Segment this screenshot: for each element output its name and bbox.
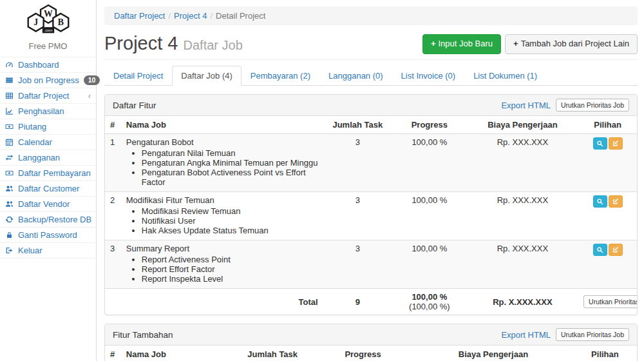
logo-letter-j: J xyxy=(33,17,38,27)
col-header-jumlah-task: Jumlah Task xyxy=(323,116,392,134)
view-job-button[interactable] xyxy=(593,137,607,150)
col-header-progress: Progress xyxy=(392,116,467,134)
job-name: Modifikasi Fitur Temuan xyxy=(126,195,214,205)
sidebar-item-penghasilan[interactable]: Penghasilan xyxy=(0,104,96,119)
col-header-pilihan: Pilihan xyxy=(578,116,637,134)
row-num: 2 xyxy=(105,192,121,240)
breadcrumb-daftar-project[interactable]: Daftar Project xyxy=(114,11,165,21)
sidebar-item-calendar[interactable]: Calendar xyxy=(0,135,96,150)
row-progress: 100,00 % xyxy=(392,240,467,289)
export-html-link[interactable]: Export HTML xyxy=(501,101,551,110)
row-tasks: 3 xyxy=(323,134,392,192)
page-title: Project 4 Daftar Job xyxy=(104,33,243,55)
row-name-cell: Pengaturan Bobot Pengaturan Nilai Temuan… xyxy=(121,134,323,192)
main-content: Daftar Project/Project 4/Detail Project … xyxy=(97,0,644,361)
urutkan-prioritas-button[interactable]: Urutkan Prioritas Job xyxy=(556,99,629,112)
sidebar-item-backup-restore[interactable]: Backup/Restore DB xyxy=(0,212,96,228)
tab-pembayaran[interactable]: Pembayaran (2) xyxy=(242,66,319,86)
sidebar-item-job-on-progress[interactable]: Job on Progress 10 xyxy=(0,73,96,88)
row-actions xyxy=(578,240,637,289)
col-header-pilihan: Pilihan xyxy=(573,346,637,361)
total-tasks: 9 xyxy=(323,289,392,315)
col-header-num: # xyxy=(105,116,121,134)
job-subitem: Notifikasi User xyxy=(142,216,318,226)
tab-detail-project[interactable]: Detail Project xyxy=(104,66,172,86)
daftar-fitur-table: # Nama Job Jumlah Task Progress Biaya Pe… xyxy=(105,116,637,315)
sidebar-item-langganan[interactable]: Langganan xyxy=(0,150,96,166)
calendar-icon xyxy=(5,138,14,146)
row-name-cell: Modifikasi Fitur Temuan Modifikasi Revie… xyxy=(121,192,323,240)
sidebar-item-piutang[interactable]: Piutang xyxy=(0,119,96,135)
sidebar-item-label: Penghasilan xyxy=(18,106,64,116)
sign-out-icon xyxy=(5,246,14,255)
users-icon xyxy=(5,184,14,193)
edit-job-button[interactable] xyxy=(609,137,623,150)
breadcrumb: Daftar Project/Project 4/Detail Project xyxy=(104,6,638,25)
tab-bar: Detail Project Daftar Job (4) Pembayaran… xyxy=(104,66,638,86)
sidebar-item-keluar[interactable]: Keluar xyxy=(0,243,96,259)
page-title-text: Project 4 xyxy=(104,33,178,54)
sidebar-item-dashboard[interactable]: Dashboard xyxy=(0,57,96,73)
tab-daftar-job[interactable]: Daftar Job (4) xyxy=(172,66,241,86)
job-subitem: Hak Akses Update Status Temuan xyxy=(142,226,318,235)
col-header-biaya: Biaya Pengerjaan xyxy=(413,346,573,361)
brand-text: Free PMO xyxy=(0,40,96,57)
export-html-link[interactable]: Export HTML xyxy=(501,330,551,340)
panel-heading: Daftar Fitur Export HTML Urutkan Priorit… xyxy=(105,95,637,116)
job-name: Pengaturan Bobot xyxy=(126,137,194,147)
edit-job-button[interactable] xyxy=(609,195,623,208)
input-job-baru-button[interactable]: +Input Job Baru xyxy=(422,34,501,54)
sidebar-item-daftar-vendor[interactable]: Daftar Vendor xyxy=(0,197,96,212)
sidebar-item-daftar-pembayaran[interactable]: Daftar Pembayaran xyxy=(0,166,96,181)
job-subitems: Pengaturan Nilai Temuan Pengaturan Angka… xyxy=(142,148,318,187)
sidebar-item-daftar-customer[interactable]: Daftar Customer xyxy=(0,181,96,197)
sidebar-item-label: Langganan xyxy=(18,153,60,162)
sidebar-item-ganti-password[interactable]: Ganti Password xyxy=(0,228,96,243)
edit-job-button[interactable] xyxy=(609,244,623,256)
row-progress: 100,00 % xyxy=(392,192,467,240)
refresh-icon xyxy=(5,215,14,224)
row-cost: Rp. XXX.XXX xyxy=(467,192,578,240)
panel-title: Daftar Fitur xyxy=(113,101,501,110)
sidebar-item-label: Calendar xyxy=(18,137,52,147)
col-header-nama-job: Nama Job xyxy=(121,346,232,361)
job-subitem: Report Inspekta Level xyxy=(142,274,318,284)
job-name: Summary Report xyxy=(126,244,189,253)
table-row: 1 Pengaturan Bobot Pengaturan Nilai Temu… xyxy=(105,134,637,192)
logo-letter-b: B xyxy=(57,17,63,27)
view-job-button[interactable] xyxy=(593,244,607,256)
row-cost: Rp. XXX.XXX xyxy=(467,134,578,192)
urutkan-prioritas-button[interactable]: Urutkan Prioritas Job xyxy=(556,328,629,341)
breadcrumb-project-4[interactable]: Project 4 xyxy=(174,11,207,21)
sidebar-item-daftar-project[interactable]: Daftar Project ‹ xyxy=(0,88,96,104)
search-icon xyxy=(596,198,603,205)
sidebar-item-label: Job on Progress xyxy=(18,75,79,85)
tab-list-invoice[interactable]: List Invoice (0) xyxy=(392,66,465,86)
job-subitem: Pengaturan Bobot Activeness Point vs Eff… xyxy=(142,168,318,187)
col-header-num: # xyxy=(105,346,121,361)
app-window: W J B .com Free PMO Dashboard Job on Pro… xyxy=(0,0,644,361)
breadcrumb-current: Detail Project xyxy=(216,11,265,21)
table-row: 2 Modifikasi Fitur Temuan Modifikasi Rev… xyxy=(105,192,637,240)
row-cost: Rp. XXX.XXX xyxy=(467,240,578,289)
col-header-nama-job: Nama Job xyxy=(121,116,323,134)
job-subitem: Pengaturan Angka Minimal Temuan per Ming… xyxy=(142,158,318,168)
line-chart-icon xyxy=(5,107,14,115)
tab-langganan[interactable]: Langganan (0) xyxy=(319,66,392,86)
logo-letter-w: W xyxy=(44,9,53,19)
row-tasks: 3 xyxy=(323,192,392,240)
row-actions xyxy=(578,192,637,240)
row-progress: 100,00 % xyxy=(392,134,467,192)
users-icon xyxy=(5,200,14,208)
urutkan-prioritas-button[interactable]: Urutkan Prioritas Job xyxy=(583,295,638,308)
job-subitem: Report Activeness Point xyxy=(142,255,318,264)
row-num: 3 xyxy=(105,240,121,289)
table-row: 3 Summary Report Report Activeness Point… xyxy=(105,240,637,289)
edit-icon xyxy=(612,140,619,147)
view-job-button[interactable] xyxy=(593,195,607,208)
tambah-job-button[interactable]: +Tambah Job dari Project Lain xyxy=(505,34,638,54)
col-header-jumlah-task: Jumlah Task xyxy=(232,346,312,361)
row-num: 1 xyxy=(105,134,121,192)
header-buttons: +Input Job Baru +Tambah Job dari Project… xyxy=(422,34,638,54)
tab-list-dokumen[interactable]: List Dokumen (1) xyxy=(464,66,546,86)
